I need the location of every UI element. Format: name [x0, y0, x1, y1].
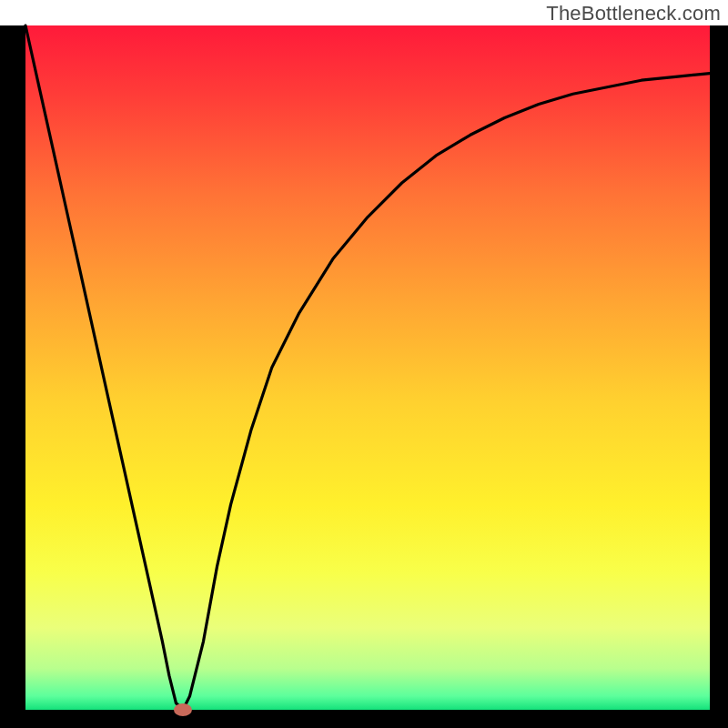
watermark-text: TheBottleneck.com: [546, 2, 721, 25]
bottleneck-chart: [0, 0, 728, 728]
chart-container: TheBottleneck.com: [0, 0, 728, 728]
plot-background: [25, 25, 710, 710]
axis-right-bar: [710, 25, 728, 728]
axis-bottom-bar: [0, 710, 728, 728]
axis-left-bar: [0, 25, 25, 728]
optimal-point-marker: [174, 703, 192, 716]
